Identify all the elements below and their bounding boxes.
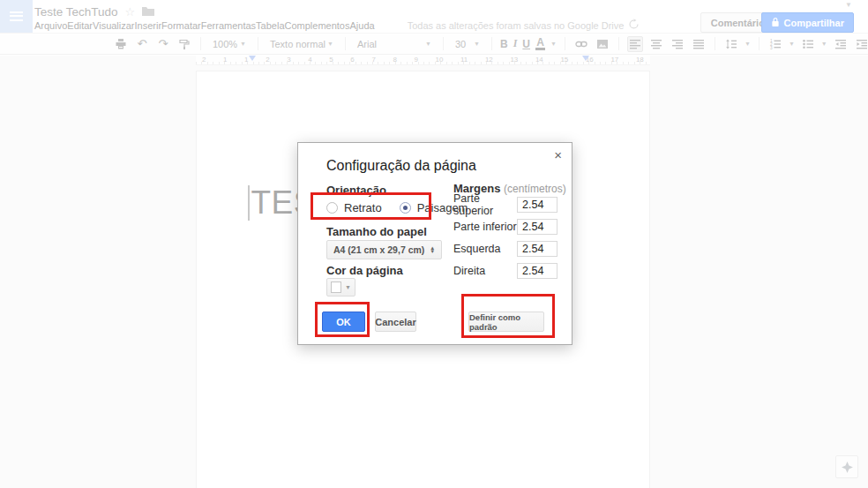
margin-input[interactable] [517, 263, 557, 279]
highlight-box-set-default [461, 294, 555, 338]
margin-field-label: Parte inferior [453, 221, 517, 233]
margin-row: Parte superior [453, 197, 557, 213]
paper-size-value: A4 (21 cm x 29,7 cm) [333, 244, 424, 255]
margin-row: Parte inferior [453, 219, 557, 235]
dialog-title: Configuração da página [326, 158, 476, 174]
margin-row: Esquerda [453, 241, 557, 257]
chevron-down-icon: ▼ [345, 284, 351, 290]
margin-input[interactable] [517, 219, 557, 235]
margin-field-label: Direita [453, 265, 517, 277]
margin-fields: Parte superior Parte inferior Esquerda D… [453, 197, 557, 279]
cancel-button[interactable]: Cancelar [375, 312, 416, 332]
color-swatch [331, 282, 341, 293]
page-color-label: Cor da página [326, 264, 403, 277]
margin-input[interactable] [517, 241, 557, 257]
google-docs-window: Teste TechTudo ☆ ArquivoEditarVisualizar… [0, 0, 868, 488]
margin-field-label: Parte superior [453, 192, 517, 217]
paper-size-select[interactable]: A4 (21 cm x 29,7 cm) ▲▼ [326, 240, 442, 259]
margin-row: Direita [453, 263, 557, 279]
margin-input[interactable] [517, 197, 557, 213]
page-color-select[interactable]: ▼ [326, 278, 355, 297]
close-icon[interactable]: × [554, 148, 562, 161]
margin-field-label: Esquerda [453, 243, 517, 255]
highlight-box-orientation [311, 192, 431, 220]
paper-size-label: Tamanho do papel [326, 225, 427, 238]
up-down-arrows-icon: ▲▼ [430, 246, 435, 253]
highlight-box-ok [315, 302, 370, 337]
